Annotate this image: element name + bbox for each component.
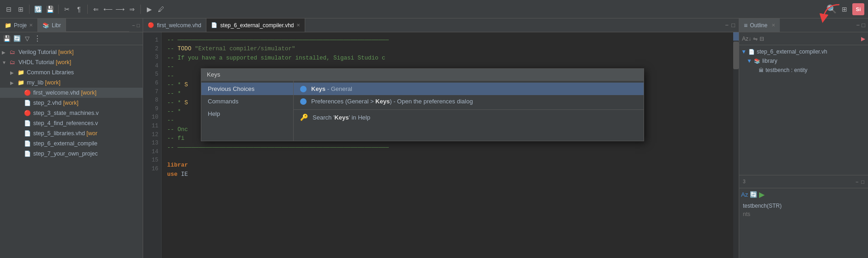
outline-tab-close[interactable]: ✕ xyxy=(772,23,775,28)
tree-icon-verilog: 🗂 xyxy=(8,48,17,56)
sidebar-refresh-icon[interactable]: 🔄 xyxy=(13,35,21,43)
tree-icon-step3: 🔴 xyxy=(23,109,31,117)
editor-maximize-icon[interactable]: □ xyxy=(731,22,735,29)
code-scrollbar[interactable] xyxy=(733,32,739,258)
code-content[interactable]: -- ─────────────────────────────────────… xyxy=(162,32,739,258)
keys-popup[interactable]: Keys Previous Choices Commands Help xyxy=(201,68,644,141)
sidebar-tab-project[interactable]: 📁 Proje ✕ xyxy=(0,18,38,32)
popup-item-help[interactable]: Help xyxy=(201,108,293,120)
tab-close-step6[interactable]: ✕ xyxy=(296,23,300,28)
outline-item-entity[interactable]: 🏛 testbench : entity xyxy=(739,66,868,75)
tree-item-mylib[interactable]: ▶ 📁 my_lib [work] xyxy=(0,78,143,88)
tab-first-welcome[interactable]: 🔴 first_welcome.vhd xyxy=(143,18,206,32)
layout-icon[interactable]: ⊞ xyxy=(839,4,850,14)
tree-item-step3[interactable]: 🔴 step_3_state_machines.v xyxy=(0,108,143,118)
outline-minimize-icon[interactable]: − xyxy=(856,22,860,29)
toolbar-icon-arrow-right-2[interactable]: ⇒ xyxy=(127,4,137,14)
tree-item-step6[interactable]: 📄 step_6_external_compile xyxy=(0,138,143,149)
tree-label-step7: step_7_your_own_projec xyxy=(33,150,98,157)
popup-right-item-preferences[interactable]: Preferences (General > Keys) - Open the … xyxy=(294,95,644,108)
toolbar-icon-arrow-right-1[interactable]: ⟶ xyxy=(115,4,125,14)
tree-item-step4[interactable]: 📄 step_4_find_references.v xyxy=(0,118,143,128)
outline-library-arrow: ▼ xyxy=(747,58,752,64)
search-icon[interactable]: 🔍 xyxy=(826,4,837,14)
editor-tab-controls: − □ xyxy=(722,18,739,32)
toolbar-separator-3 xyxy=(87,5,88,14)
outline-library-icon: 📚 xyxy=(754,58,760,64)
popup-right-item-keys-general[interactable]: Keys - General xyxy=(294,83,644,95)
tree-arrow-common-libraries: ▶ xyxy=(10,70,17,75)
tree-item-step7[interactable]: 📄 step_7_your_own_projec xyxy=(0,149,143,159)
outline-file-label: step_6_external_compiler.vh xyxy=(757,48,827,55)
popup-item-commands[interactable]: Commands xyxy=(201,95,293,108)
toolbar-icon-arrow-left-2[interactable]: ⟵ xyxy=(103,4,113,14)
code-line-2: -- TODO "External compiler/simulator" xyxy=(167,45,733,54)
sidebar-more-icon[interactable]: ⋮ xyxy=(33,35,42,43)
code-line-1: -- ─────────────────────────────────────… xyxy=(167,36,733,45)
sidebar-filter-icon[interactable]: ▽ xyxy=(23,35,31,43)
toolbar-icon-3[interactable]: 🔃 xyxy=(33,4,43,14)
outline-second-minimize[interactable]: − xyxy=(856,179,858,185)
outline-run-icon[interactable]: ▶ xyxy=(861,36,865,42)
outline-sort-alpha-icon[interactable]: Az↓ xyxy=(742,36,751,42)
outline-collapse-icon[interactable]: ⊟ xyxy=(760,36,764,42)
tree-item-first-welcome[interactable]: 🔴 first_welcome.vhd [work] xyxy=(0,88,143,98)
tree-item-common-libraries[interactable]: ▶ 📁 Common Libraries xyxy=(0,67,143,78)
outline-link-icon[interactable]: ⇋ xyxy=(753,36,758,42)
code-line-14 xyxy=(167,152,733,161)
outline-tree: ▼ 📄 step_6_external_compiler.vh ▼ 📚 libr… xyxy=(739,45,868,175)
outline-second-panel: 3 − □ Az 🔄 ▶ testbench(STR) nts xyxy=(739,175,868,258)
outline-panel: ≡ Outline ✕ − □ Az↓ ⇋ ⊟ ▶ ▼ 📄 step_6_ext… xyxy=(739,18,868,258)
scrollbar-position-indicator xyxy=(733,32,739,41)
outline-second-content: Az 🔄 ▶ testbench(STR) nts xyxy=(739,188,868,258)
tree-item-step5[interactable]: 📄 step_5_libraries.vhd [wor xyxy=(0,128,143,138)
toolbar-icon-cut[interactable]: ✂ xyxy=(62,4,72,14)
sidebar-maximize-icon[interactable]: □ xyxy=(137,23,140,28)
outline-item-file[interactable]: ▼ 📄 step_6_external_compiler.vh xyxy=(739,47,868,56)
tree-item-verilog[interactable]: ▶ 🗂 Verilog Tutorial [work] xyxy=(0,47,143,57)
outline-toolbar: Az↓ ⇋ ⊟ ▶ xyxy=(739,32,868,45)
outline-maximize-icon[interactable]: □ xyxy=(862,22,865,29)
toolbar-icon-save[interactable]: 💾 xyxy=(45,4,55,14)
popup-header: Keys xyxy=(201,69,644,81)
toolbar-icon-highlight[interactable]: 🖊 xyxy=(156,4,166,14)
code-scrollbar-thumb[interactable] xyxy=(733,42,739,69)
toolbar-separator-2 xyxy=(58,5,59,14)
tree-label-step6: step_6_external_compile xyxy=(33,140,97,147)
outline-alpha-icon[interactable]: Az xyxy=(741,191,748,198)
outline-play-icon[interactable]: ▶ xyxy=(759,190,765,199)
toolbar-icon-1[interactable]: ⊟ xyxy=(4,4,14,14)
editor-minimize-icon[interactable]: − xyxy=(725,22,729,29)
toolbar-icon-format[interactable]: ¶ xyxy=(74,4,84,14)
toolbar-icon-run[interactable]: ▶ xyxy=(144,4,154,14)
project-tab-close[interactable]: ✕ xyxy=(29,23,33,28)
tree-item-step2[interactable]: 📄 step_2.vhd [work] xyxy=(0,98,143,108)
user-avatar[interactable]: Si xyxy=(852,3,864,15)
sidebar-tab-library[interactable]: 📚 Libr xyxy=(38,18,66,32)
tab-step6[interactable]: 📄 step_6_external_compiler.vhd ✕ xyxy=(206,18,305,32)
tree-label-step2: step_2.vhd [work] xyxy=(33,100,78,106)
sidebar-minimize-icon[interactable]: − xyxy=(132,23,135,28)
popup-item-help-label: Help xyxy=(208,110,220,117)
outline-item-library[interactable]: ▼ 📚 library xyxy=(739,56,868,66)
popup-title: Keys xyxy=(207,71,220,78)
outline-tab-outline[interactable]: ≡ Outline ✕ xyxy=(739,18,780,32)
toolbar-icon-arrow-left-1[interactable]: ⇐ xyxy=(91,4,101,14)
popup-item-previous-choices[interactable]: Previous Choices xyxy=(201,83,293,95)
sidebar-save-icon[interactable]: 💾 xyxy=(3,35,11,43)
line-numbers: 12345 678910 1112131415 16 xyxy=(143,32,162,258)
tree-label-vhdl: VHDL Tutorial [work] xyxy=(18,59,71,66)
popup-text-preferences: Preferences (General > Keys) - Open the … xyxy=(311,98,473,105)
popup-right-item-search-help[interactable]: 🔑 Search 'Keys' in Help xyxy=(294,109,644,124)
tree-icon-vhdl: 🗂 xyxy=(8,58,17,66)
tree-icon-mylib: 📁 xyxy=(17,78,25,87)
library-tab-icon: 📚 xyxy=(42,22,49,29)
tab-label-first-welcome: first_welcome.vhd xyxy=(157,22,201,29)
code-editor[interactable]: 12345 678910 1112131415 16 -- ──────────… xyxy=(143,32,739,258)
tree-item-vhdl[interactable]: ▼ 🗂 VHDL Tutorial [work] xyxy=(0,57,143,67)
toolbar-icon-2[interactable]: ⊞ xyxy=(16,4,26,14)
outline-second-maximize[interactable]: □ xyxy=(861,179,864,185)
popup-right-column: Keys - General Preferences (General > Ke… xyxy=(294,81,644,141)
sidebar-toolbar: 💾 🔄 ▽ ⋮ xyxy=(0,32,143,45)
outline-refresh-icon[interactable]: 🔄 xyxy=(750,191,757,198)
